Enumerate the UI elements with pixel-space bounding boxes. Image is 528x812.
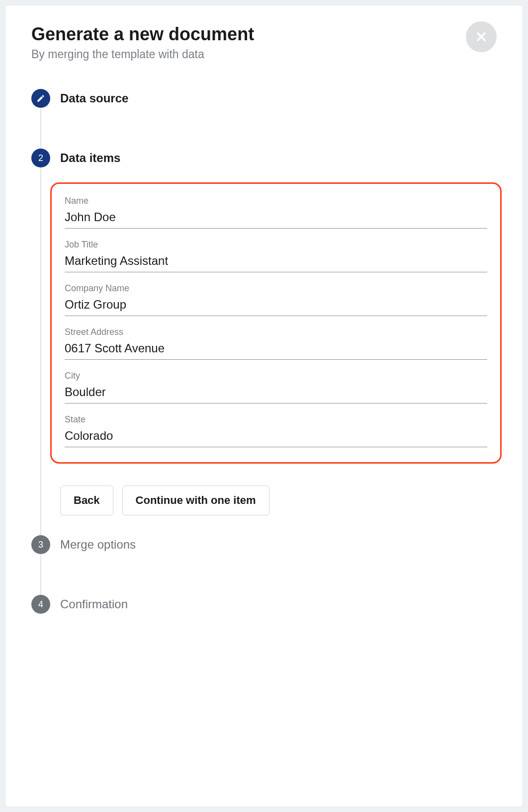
field-street-address: Street Address [65,327,487,360]
field-job-title: Job Title [65,240,487,272]
step-bullet-1 [31,89,50,108]
step-bullet-2: 2 [31,149,50,167]
step-title-3: Merge options [60,535,497,554]
dialog-panel: Generate a new document By merging the t… [5,5,523,807]
dialog-subtitle: By merging the template with data [31,48,254,61]
field-state: State [65,414,487,447]
field-city: City [65,371,487,404]
back-button[interactable]: Back [60,486,113,515]
form-actions: Back Continue with one item [60,486,497,515]
step-confirmation[interactable]: 4 Confirmation [31,595,497,614]
step-bullet-4: 4 [31,595,50,614]
field-label-city: City [65,371,487,381]
dialog-title: Generate a new document [31,23,254,45]
company-name-input[interactable] [65,297,487,316]
step-bullet-3: 3 [31,535,50,554]
field-label-street-address: Street Address [65,327,487,337]
field-label-company-name: Company Name [65,283,487,294]
step-data-source[interactable]: Data source [31,89,497,149]
data-items-form: Name Job Title Company Name Street Addre… [50,182,502,464]
job-title-input[interactable] [65,253,487,272]
field-name: Name [65,196,487,229]
field-label-job-title: Job Title [65,240,487,250]
field-label-state: State [65,414,487,425]
step-data-items: 2 Data items Name Job Title Company Name [31,149,497,535]
step-title-2: Data items [60,149,497,167]
field-label-name: Name [65,196,487,206]
continue-button[interactable]: Continue with one item [122,486,269,515]
step-2-body: Name Job Title Company Name Street Addre… [60,182,497,535]
stepper: Data source 2 Data items Name Job Title [31,89,497,614]
city-input[interactable] [65,384,487,404]
step-title-1: Data source [60,89,497,108]
dialog-header-text: Generate a new document By merging the t… [31,23,254,61]
street-address-input[interactable] [65,340,487,360]
step-title-4: Confirmation [60,595,497,614]
pencil-icon [36,94,45,103]
dialog-header: Generate a new document By merging the t… [31,23,497,61]
name-input[interactable] [65,209,487,229]
close-icon [474,30,488,44]
step-merge-options[interactable]: 3 Merge options [31,535,497,595]
close-button[interactable] [466,21,497,52]
field-company-name: Company Name [65,283,487,316]
state-input[interactable] [65,428,487,447]
